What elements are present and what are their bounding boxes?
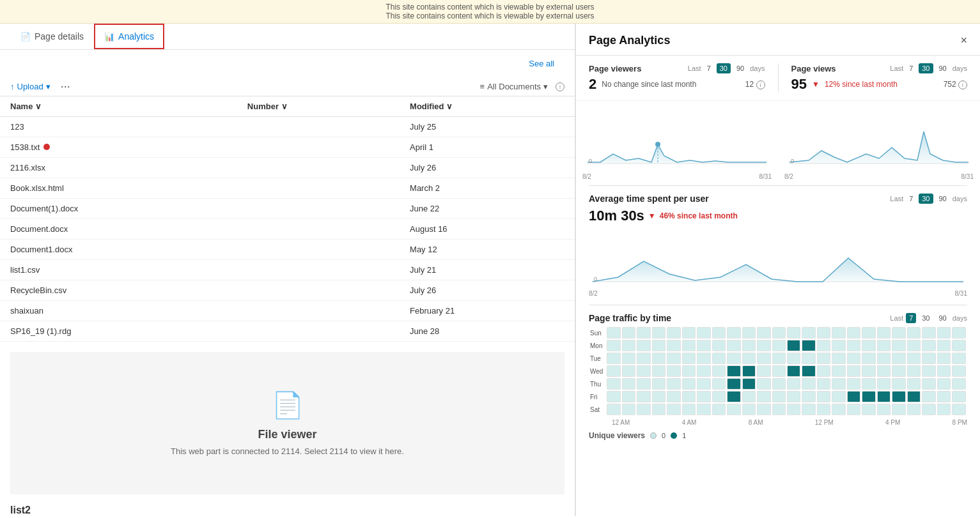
heatmap-cell[interactable] xyxy=(697,365,710,377)
col-name[interactable]: Name ∨ xyxy=(0,96,237,117)
heatmap-cell[interactable] xyxy=(772,353,786,364)
heatmap-cell[interactable] xyxy=(697,378,710,390)
heatmap-cell[interactable] xyxy=(742,353,756,364)
heatmap-cell[interactable] xyxy=(907,404,921,415)
heatmap-cell[interactable] xyxy=(682,340,696,351)
heatmap-cell[interactable] xyxy=(952,404,966,415)
heatmap-cell[interactable] xyxy=(892,327,905,339)
heatmap-cell[interactable] xyxy=(667,404,680,415)
heatmap-cell[interactable] xyxy=(817,340,830,351)
heatmap-cell[interactable] xyxy=(742,365,756,377)
heatmap-cell[interactable] xyxy=(727,391,740,402)
heatmap-cell[interactable] xyxy=(772,327,786,339)
heatmap-cell[interactable] xyxy=(757,327,770,339)
heatmap-cell[interactable] xyxy=(757,353,770,364)
heatmap-cell[interactable] xyxy=(607,365,620,377)
heatmap-cell[interactable] xyxy=(712,327,726,339)
heatmap-cell[interactable] xyxy=(697,327,710,339)
table-row[interactable]: 2116.xlsx July 26 xyxy=(0,158,575,178)
heatmap-cell[interactable] xyxy=(817,365,830,377)
heatmap-cell[interactable] xyxy=(862,353,875,364)
heatmap-cell[interactable] xyxy=(907,327,921,339)
heatmap-cell[interactable] xyxy=(652,365,665,377)
heatmap-cell[interactable] xyxy=(922,353,935,364)
page-viewers-7day-btn[interactable]: 7 xyxy=(704,63,714,73)
heatmap-cell[interactable] xyxy=(817,327,830,339)
heatmap-cell[interactable] xyxy=(757,391,770,402)
table-row[interactable]: Document.docx August 16 xyxy=(0,219,575,240)
heatmap-cell[interactable] xyxy=(877,340,891,351)
heatmap-cell[interactable] xyxy=(847,404,860,415)
heatmap-cell[interactable] xyxy=(727,365,740,377)
heatmap-cell[interactable] xyxy=(952,340,966,351)
heatmap-cell[interactable] xyxy=(862,340,875,351)
tab-page-details[interactable]: 📄 Page details xyxy=(10,24,94,49)
table-row[interactable]: Document1.docx May 12 xyxy=(0,240,575,260)
heatmap-cell[interactable] xyxy=(787,404,800,415)
heatmap-cell[interactable] xyxy=(757,378,770,390)
heatmap-cell[interactable] xyxy=(622,404,635,415)
col-modified[interactable]: Modified ∨ xyxy=(400,96,575,117)
heatmap-cell[interactable] xyxy=(817,378,830,390)
heatmap-cell[interactable] xyxy=(922,327,935,339)
heatmap-cell[interactable] xyxy=(922,391,935,402)
more-options-button[interactable]: ··· xyxy=(61,80,70,93)
heatmap-cell[interactable] xyxy=(847,391,860,402)
heatmap-cell[interactable] xyxy=(877,353,891,364)
info-button[interactable]: i xyxy=(556,82,564,91)
tab-analytics[interactable]: 📊 Analytics xyxy=(94,24,164,49)
heatmap-cell[interactable] xyxy=(772,340,786,351)
heatmap-cell[interactable] xyxy=(652,353,665,364)
heatmap-cell[interactable] xyxy=(862,378,875,390)
heatmap-cell[interactable] xyxy=(832,340,845,351)
heatmap-cell[interactable] xyxy=(607,340,620,351)
see-all-link[interactable]: See all xyxy=(529,59,554,68)
heatmap-cell[interactable] xyxy=(727,404,740,415)
page-views-30day-btn[interactable]: 30 xyxy=(919,63,933,73)
analytics-close-button[interactable]: × xyxy=(960,34,967,47)
heatmap-cell[interactable] xyxy=(817,391,830,402)
heatmap-cell[interactable] xyxy=(652,327,665,339)
heatmap-cell[interactable] xyxy=(727,327,740,339)
heatmap-cell[interactable] xyxy=(772,404,786,415)
heatmap-cell[interactable] xyxy=(727,340,740,351)
heatmap-cell[interactable] xyxy=(622,327,635,339)
heatmap-cell[interactable] xyxy=(862,404,875,415)
heatmap-cell[interactable] xyxy=(952,353,966,364)
heatmap-cell[interactable] xyxy=(892,353,905,364)
traffic-90day-btn[interactable]: 90 xyxy=(936,313,950,323)
heatmap-cell[interactable] xyxy=(637,353,650,364)
heatmap-cell[interactable] xyxy=(787,353,800,364)
heatmap-cell[interactable] xyxy=(652,391,665,402)
heatmap-cell[interactable] xyxy=(757,340,770,351)
table-row[interactable]: Document(1).docx June 22 xyxy=(0,199,575,219)
heatmap-cell[interactable] xyxy=(817,404,830,415)
heatmap-cell[interactable] xyxy=(847,327,860,339)
heatmap-cell[interactable] xyxy=(802,327,815,339)
heatmap-cell[interactable] xyxy=(937,404,951,415)
heatmap-cell[interactable] xyxy=(907,378,921,390)
heatmap-cell[interactable] xyxy=(682,353,696,364)
heatmap-cell[interactable] xyxy=(907,365,921,377)
heatmap-cell[interactable] xyxy=(862,391,875,402)
heatmap-cell[interactable] xyxy=(622,391,635,402)
page-views-90day-btn[interactable]: 90 xyxy=(936,63,950,73)
heatmap-cell[interactable] xyxy=(652,378,665,390)
heatmap-cell[interactable] xyxy=(832,404,845,415)
heatmap-cell[interactable] xyxy=(757,404,770,415)
heatmap-cell[interactable] xyxy=(802,340,815,351)
heatmap-cell[interactable] xyxy=(862,365,875,377)
heatmap-cell[interactable] xyxy=(787,365,800,377)
heatmap-cell[interactable] xyxy=(667,378,680,390)
heatmap-cell[interactable] xyxy=(892,340,905,351)
page-viewers-30day-btn[interactable]: 30 xyxy=(717,63,731,73)
heatmap-cell[interactable] xyxy=(697,404,710,415)
table-row[interactable]: 123 July 25 xyxy=(0,117,575,137)
heatmap-cell[interactable] xyxy=(607,353,620,364)
col-number[interactable]: Number ∨ xyxy=(237,96,400,117)
heatmap-cell[interactable] xyxy=(922,340,935,351)
heatmap-cell[interactable] xyxy=(802,365,815,377)
heatmap-cell[interactable] xyxy=(952,378,966,390)
heatmap-cell[interactable] xyxy=(802,391,815,402)
heatmap-cell[interactable] xyxy=(847,340,860,351)
